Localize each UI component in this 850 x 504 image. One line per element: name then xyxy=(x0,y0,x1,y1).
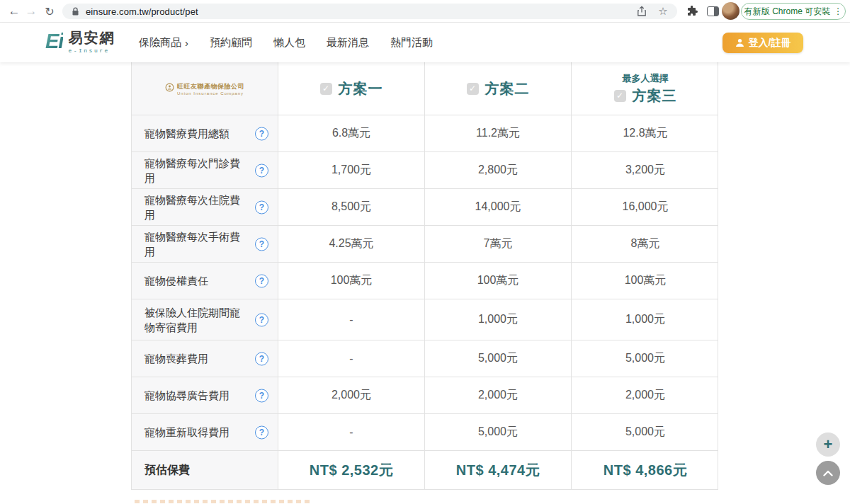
plan2-checkbox[interactable]: ✓ xyxy=(467,83,479,95)
insurer-name: 旺旺友聯產物保險公司 xyxy=(177,82,244,91)
plan1-checkbox[interactable]: ✓ xyxy=(320,83,332,95)
plan2-name: 方案二 xyxy=(485,79,530,98)
row-label: 被保險人住院期間寵物寄宿費用 xyxy=(144,305,246,335)
chrome-update-pill[interactable]: 有新版 Chrome 可安裝 ⋮ xyxy=(741,3,846,20)
plan1-value: - xyxy=(349,353,353,365)
plan3-value: 100萬元 xyxy=(625,273,667,288)
plan1-premium: NT$ 2,532元 xyxy=(310,461,393,480)
row-label: 寵物喪葬費用 xyxy=(144,351,208,366)
plan3-value: 8萬元 xyxy=(631,236,660,251)
most-popular-badge: 最多人選擇 xyxy=(623,72,669,85)
plus-icon: + xyxy=(824,435,833,454)
row-label: 寵物醫療每次住院費用 xyxy=(144,193,246,222)
help-icon[interactable]: ? xyxy=(255,200,268,214)
plan3-value: 16,000元 xyxy=(623,200,669,214)
help-icon[interactable]: ? xyxy=(255,164,268,177)
plan2-value: 11.2萬元 xyxy=(476,126,520,141)
plan1-value: - xyxy=(349,426,353,439)
plan2-value: 5,000元 xyxy=(478,425,518,440)
chrome-update-label: 有新版 Chrome 可安裝 xyxy=(744,6,830,18)
plan1-header-cell: ✓ 方案一 xyxy=(278,62,425,115)
plan3-value: 2,000元 xyxy=(625,388,665,403)
url-text: einsure.com.tw/product/pet xyxy=(86,6,198,17)
plan1-value: - xyxy=(349,314,353,326)
plan3-value: 3,200元 xyxy=(625,163,665,178)
profile-avatar[interactable] xyxy=(722,2,740,20)
help-icon[interactable]: ? xyxy=(255,352,268,365)
side-panel-icon[interactable] xyxy=(707,6,719,16)
help-icon[interactable]: ? xyxy=(255,127,268,140)
plan2-value: 2,000元 xyxy=(478,388,518,403)
site-logo[interactable]: Ei 易安網 e-Insure xyxy=(45,28,115,54)
plan1-value: 1,700元 xyxy=(332,163,371,178)
overflow-menu-icon: ⋮ xyxy=(834,6,842,16)
plan3-premium: NT$ 4,866元 xyxy=(604,461,687,480)
lock-icon xyxy=(72,7,79,16)
login-register-label: 登入/註冊 xyxy=(749,37,791,50)
table-row: 被保險人住院期間寵物寄宿費用? - 1,000元 1,000元 xyxy=(132,299,718,340)
help-icon[interactable]: ? xyxy=(255,274,268,287)
table-row: 寵物醫療費用總額? 6.8萬元 11.2萬元 12.8萬元 xyxy=(132,115,718,152)
plan1-value: 4.25萬元 xyxy=(329,236,373,251)
plan2-header-cell: ✓ 方案二 xyxy=(425,62,572,115)
help-icon[interactable]: ? xyxy=(255,313,268,326)
address-bar[interactable]: einsure.com.tw/product/pet ☆ xyxy=(62,4,677,19)
plan3-value: 1,000元 xyxy=(625,312,665,327)
page: ← → ↻ einsure.com.tw/product/pet ☆ 有新版 C… xyxy=(0,0,850,504)
plan3-name: 方案三 xyxy=(633,86,677,105)
plan1-value: 100萬元 xyxy=(331,273,373,288)
plan2-value: 1,000元 xyxy=(478,312,518,327)
plan3-value: 5,000元 xyxy=(625,351,665,366)
help-icon[interactable]: ? xyxy=(255,425,268,439)
plan-comparison-table: 旺旺友聯產物保險公司 Union Insurance Company ✓ 方案一… xyxy=(131,62,718,490)
table-header-row: 旺旺友聯產物保險公司 Union Insurance Company ✓ 方案一… xyxy=(132,62,718,115)
logo-mark: Ei xyxy=(45,30,63,53)
insurer-logo-cell: 旺旺友聯產物保險公司 Union Insurance Company xyxy=(132,62,278,115)
plan1-value: 6.8萬元 xyxy=(332,126,370,141)
table-row: 寵物醫療每次門診費用? 1,700元 2,800元 3,200元 xyxy=(132,152,718,189)
insurer-emblem-icon xyxy=(165,82,174,95)
chevron-right-icon: › xyxy=(185,37,188,49)
scroll-to-top-button[interactable] xyxy=(816,461,840,485)
plan3-value: 5,000元 xyxy=(625,425,665,440)
help-icon[interactable]: ? xyxy=(255,237,268,251)
plan3-checkbox[interactable]: ✓ xyxy=(614,90,626,102)
plan2-value: 7萬元 xyxy=(484,236,513,251)
main-nav: 保險商品 › 預約顧問 懶人包 最新消息 熱門活動 xyxy=(139,23,454,62)
person-icon xyxy=(735,38,744,47)
row-label: 寵物醫療費用總額 xyxy=(144,126,230,141)
table-row: 寵物協尋廣告費用? 2,000元 2,000元 2,000元 xyxy=(132,377,718,414)
nav-item-insurance-products[interactable]: 保險商品 › xyxy=(139,36,188,50)
reload-icon[interactable]: ↻ xyxy=(41,3,58,20)
back-icon[interactable]: ← xyxy=(6,3,23,20)
nav-item-consultant[interactable]: 預約顧問 xyxy=(210,36,252,50)
add-compare-button[interactable]: + xyxy=(816,433,840,457)
insurer-logo: 旺旺友聯產物保險公司 Union Insurance Company xyxy=(165,82,244,96)
chevron-up-icon xyxy=(823,470,833,476)
plan1-name: 方案一 xyxy=(339,79,383,98)
plan3-header-cell: 最多人選擇 ✓ 方案三 xyxy=(572,62,719,115)
logo-subtitle: e-Insure xyxy=(68,47,115,54)
table-row: 寵物侵權責任? 100萬元 100萬元 100萬元 xyxy=(132,263,718,299)
help-icon[interactable]: ? xyxy=(255,389,268,402)
nav-item-lazy-pack[interactable]: 懶人包 xyxy=(273,36,305,50)
row-label: 寵物侵權責任 xyxy=(144,273,208,288)
share-icon[interactable] xyxy=(636,6,647,17)
login-register-button[interactable]: 登入/註冊 xyxy=(722,33,803,53)
row-label: 寵物醫療每次門診費用 xyxy=(144,156,246,185)
nav-item-news[interactable]: 最新消息 xyxy=(327,36,369,50)
forward-icon[interactable]: → xyxy=(23,3,40,20)
plan2-premium: NT$ 4,474元 xyxy=(456,461,540,480)
table-row: 寵物醫療每次住院費用? 8,500元 14,000元 16,000元 xyxy=(132,189,718,226)
plan2-value: 5,000元 xyxy=(478,351,518,366)
insurer-name-en: Union Insurance Company xyxy=(177,91,244,96)
row-label: 寵物重新取得費用 xyxy=(144,425,230,440)
plan2-value: 2,800元 xyxy=(478,163,518,178)
nav-item-events[interactable]: 熱門活動 xyxy=(390,36,433,50)
premium-footer-row: 預估保費 NT$ 2,532元 NT$ 4,474元 NT$ 4,866元 xyxy=(132,451,718,489)
extensions-icon[interactable] xyxy=(686,6,698,20)
bookmark-star-icon[interactable]: ☆ xyxy=(657,6,669,17)
plan1-value: 8,500元 xyxy=(332,200,371,214)
row-label: 寵物醫療每次手術費用 xyxy=(144,229,246,259)
clipped-note-sliver xyxy=(135,500,312,503)
